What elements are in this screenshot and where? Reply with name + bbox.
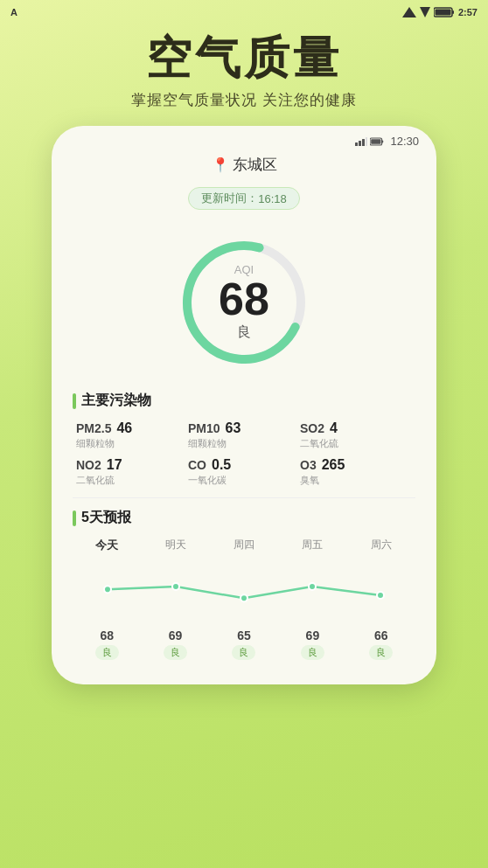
svg-rect-6	[359, 141, 361, 146]
phone-status-bar: 12:30	[52, 126, 436, 151]
pollutants-section: 主要污染物 PM2.5 46 细颗粒物 PM10 63 细颗粒物 SO2 4 二…	[52, 381, 436, 494]
forecast-dot	[309, 583, 316, 590]
pollutant-value: 17	[107, 457, 122, 473]
aqi-quality-text: 良	[219, 323, 269, 342]
pollutant-item: CO 0.5 一氧化碳	[188, 457, 300, 487]
phone-time: 12:30	[390, 135, 419, 148]
forecast-num: 68	[100, 628, 114, 642]
forecast-col: 今天	[73, 538, 141, 557]
pollutant-name: CO	[188, 458, 206, 472]
phone-status-icons: 12:30	[355, 135, 419, 148]
header-section: 空气质量 掌握空气质量状况 关注您的健康	[0, 24, 488, 126]
pollutant-name: O3	[300, 458, 317, 472]
signal-icon	[402, 7, 416, 17]
pollutant-item: SO2 4 二氧化硫	[300, 420, 412, 450]
update-time-badge: 更新时间： 16:18	[188, 187, 300, 210]
pollutant-desc: 臭氧	[300, 474, 319, 487]
forecast-day-label: 周六	[371, 538, 392, 552]
forecast-dot	[241, 595, 247, 602]
pollutant-desc: 二氧化硫	[76, 474, 115, 487]
forecast-quality-badge: 良	[369, 645, 393, 660]
svg-rect-3	[452, 10, 454, 14]
svg-marker-0	[402, 7, 416, 17]
forecast-num: 69	[169, 628, 183, 642]
svg-rect-10	[382, 140, 384, 142]
forecast-title-bar-icon	[73, 510, 76, 526]
forecast-col: 明天	[141, 538, 209, 557]
pollutant-desc: 二氧化硫	[300, 437, 338, 450]
app-title: 空气质量	[17, 33, 471, 83]
pollutant-name: PM10	[188, 421, 220, 435]
pollutant-row: O3 265	[300, 457, 345, 473]
forecast-quality-badge: 良	[301, 645, 324, 660]
svg-rect-5	[355, 142, 358, 146]
pollutant-row: NO2 17	[76, 457, 122, 473]
pollutant-value: 0.5	[212, 457, 231, 473]
aqi-value: 68	[219, 276, 269, 322]
pollutant-item: NO2 17 二氧化硫	[76, 457, 188, 487]
aqi-inner: AQI 68 良	[219, 263, 269, 342]
pollutant-desc: 细颗粒物	[76, 437, 115, 450]
forecast-dot	[104, 587, 111, 594]
forecast-quality-badge: 良	[232, 645, 255, 660]
forecast-chart-area	[73, 560, 415, 621]
pollutant-name: NO2	[76, 458, 101, 472]
pollutant-item: PM2.5 46 细颗粒物	[76, 420, 188, 450]
time-display: 2:57	[458, 7, 478, 17]
aqi-circle: AQI 68 良	[174, 233, 314, 372]
pollutant-item: O3 265 臭氧	[300, 457, 412, 487]
forecast-value-col: 69 良	[141, 625, 209, 660]
forecast-line-chart	[73, 560, 415, 621]
phone-signal-icon	[355, 137, 367, 146]
forecast-col: 周六	[347, 538, 415, 557]
forecast-dot	[377, 592, 384, 599]
forecast-col: 周五	[278, 538, 346, 557]
svg-marker-1	[420, 7, 430, 17]
forecast-quality-badge: 良	[95, 645, 119, 660]
forecast-value-col: 65 良	[210, 625, 278, 660]
pollutant-value: 265	[322, 457, 345, 473]
update-wrapper: 更新时间： 16:18	[52, 182, 436, 215]
location-pin-icon: 📍	[212, 156, 229, 173]
forecast-value-col: 69 良	[278, 625, 346, 660]
pollutant-row: SO2 4	[300, 420, 338, 436]
forecast-num: 66	[374, 628, 388, 642]
pollutant-name: SO2	[300, 421, 324, 435]
pollutants-title: 主要污染物	[73, 392, 415, 410]
phone-battery-icon	[370, 137, 384, 146]
svg-rect-4	[435, 10, 450, 16]
forecast-value-col: 66 良	[347, 625, 415, 660]
wifi-icon	[420, 7, 430, 17]
location-row: 📍 东城区	[52, 151, 436, 177]
pollutant-value: 46	[116, 420, 132, 436]
forecast-day-labels: 今天明天周四周五周六	[73, 538, 415, 557]
phone-mockup: 12:30 📍 东城区 更新时间： 16:18 AQI 68 良	[52, 126, 436, 684]
forecast-value-col: 68 良	[73, 625, 141, 660]
app-indicator: A	[10, 7, 17, 17]
location-name: 东城区	[233, 155, 277, 175]
forecast-quality-badge: 良	[164, 645, 187, 660]
pollutant-desc: 一氧化碳	[188, 474, 227, 487]
pollutant-row: CO 0.5	[188, 457, 231, 473]
forecast-dot	[172, 583, 179, 590]
pollutant-row: PM10 63	[188, 420, 241, 436]
battery-icon	[434, 7, 455, 17]
app-subtitle: 掌握空气质量状况 关注您的健康	[17, 90, 471, 110]
forecast-day-label: 周四	[234, 538, 254, 552]
svg-rect-11	[372, 139, 381, 144]
forecast-values: 68 良 69 良 65 良 69 良 66 良	[73, 625, 415, 660]
pollutant-value: 4	[330, 420, 338, 436]
pollutants-grid: PM2.5 46 细颗粒物 PM10 63 细颗粒物 SO2 4 二氧化硫 NO…	[73, 420, 415, 487]
forecast-section: 5天预报 今天明天周四周五周六 68 良 69 良 65 良 69 良 66 良	[52, 498, 436, 667]
forecast-day-label: 周五	[302, 538, 323, 552]
pollutant-name: PM2.5	[76, 421, 111, 435]
pollutant-row: PM2.5 46	[76, 420, 132, 436]
status-right: 2:57	[402, 7, 478, 17]
forecast-day-label: 今天	[95, 538, 118, 553]
svg-rect-8	[366, 137, 367, 146]
aqi-section: AQI 68 良	[52, 220, 436, 381]
forecast-title: 5天预报	[73, 509, 415, 527]
status-bar: A 2:57	[0, 0, 488, 24]
forecast-day-label: 明天	[165, 538, 186, 552]
forecast-num: 69	[306, 628, 320, 642]
